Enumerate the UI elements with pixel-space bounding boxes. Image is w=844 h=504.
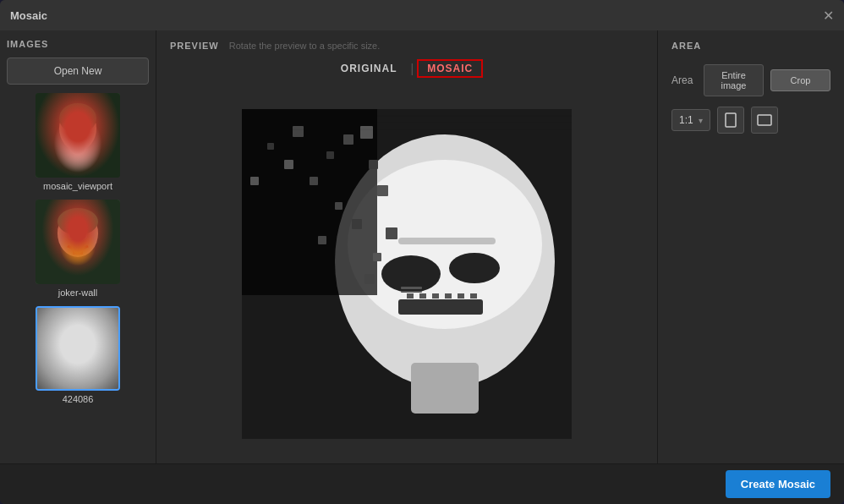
svg-rect-10 (36, 200, 120, 284)
chevron-down-icon: ▾ (699, 116, 703, 125)
svg-rect-27 (76, 364, 91, 366)
svg-rect-34 (398, 299, 483, 315)
svg-point-9 (71, 139, 85, 145)
tab-original[interactable]: ORIGINAL (331, 59, 408, 78)
preview-image-area (156, 85, 657, 463)
image-label-424086: 424086 (63, 394, 94, 404)
list-item[interactable]: joker-wall (7, 200, 149, 298)
preview-subtitle: Rotate the preview to a specific size. (229, 41, 381, 51)
area-label: Area (671, 74, 697, 86)
svg-point-6 (81, 128, 88, 134)
preview-panel: PREVIEW Rotate the preview to a specific… (156, 30, 658, 463)
image-label-mosaic-viewport: mosaic_viewport (43, 181, 112, 191)
ratio-row: 1:1 ▾ (671, 107, 830, 134)
svg-point-15 (80, 233, 87, 239)
svg-rect-48 (360, 126, 373, 139)
svg-rect-56 (267, 143, 274, 150)
svg-point-11 (58, 210, 98, 257)
svg-point-8 (83, 129, 86, 133)
app-window: Mosaic ✕ IMAGES Open New (0, 0, 844, 504)
svg-rect-53 (352, 219, 362, 229)
svg-rect-39 (458, 293, 464, 299)
svg-rect-60 (373, 253, 381, 261)
svg-rect-41 (401, 287, 422, 289)
svg-point-3 (69, 118, 86, 139)
svg-rect-42 (401, 291, 422, 293)
tab-mosaic[interactable]: MOSAIC (417, 59, 483, 78)
svg-rect-35 (407, 293, 414, 299)
svg-rect-26 (74, 361, 94, 363)
svg-point-1 (59, 107, 96, 151)
svg-rect-52 (335, 202, 343, 210)
svg-point-24 (87, 347, 97, 353)
images-header: IMAGES (7, 39, 149, 49)
svg-rect-4 (68, 137, 88, 140)
landscape-button[interactable] (751, 107, 778, 134)
image-thumbnail-424086[interactable] (36, 306, 120, 391)
svg-rect-38 (445, 293, 452, 299)
footer: Create Mosaic (0, 463, 844, 504)
svg-rect-45 (242, 109, 377, 295)
close-button[interactable]: ✕ (823, 8, 834, 24)
ratio-select[interactable]: 1:1 ▾ (671, 109, 710, 131)
stormtrooper-svg (242, 109, 572, 439)
crop-button[interactable]: Crop (770, 69, 830, 91)
portrait-icon (725, 112, 737, 128)
svg-rect-58 (250, 177, 259, 185)
svg-rect-50 (369, 160, 378, 169)
svg-rect-0 (36, 93, 120, 178)
svg-rect-54 (318, 236, 326, 244)
landscape-icon (757, 114, 772, 126)
svg-rect-51 (377, 185, 388, 196)
svg-rect-65 (726, 113, 736, 127)
svg-rect-18 (73, 250, 83, 255)
preview-title: PREVIEW (170, 41, 219, 51)
svg-point-12 (58, 208, 98, 235)
sidebar: IMAGES Open New (0, 30, 156, 463)
svg-rect-36 (419, 293, 426, 299)
svg-rect-49 (310, 177, 318, 185)
area-panel: AREA Area Entire image Crop 1:1 ▾ (658, 30, 844, 463)
svg-rect-59 (386, 227, 397, 239)
svg-rect-66 (758, 115, 771, 125)
svg-point-23 (70, 347, 80, 353)
image-label-joker-wall: joker-wall (58, 288, 97, 298)
svg-rect-25 (71, 357, 96, 359)
open-new-button[interactable]: Open New (7, 58, 149, 85)
preview-tabs: ORIGINAL | MOSAIC (156, 51, 657, 85)
image-list: mosaic_viewport (7, 93, 149, 404)
svg-rect-61 (364, 274, 375, 284)
list-item[interactable]: 424086 (7, 306, 149, 404)
window-title: Mosaic (10, 9, 47, 22)
image-thumbnail-mosaic-viewport[interactable] (36, 93, 120, 178)
title-bar: Mosaic ✕ (0, 0, 844, 30)
create-mosaic-button[interactable]: Create Mosaic (726, 470, 830, 498)
svg-point-16 (70, 234, 74, 238)
preview-header: PREVIEW Rotate the preview to a specific… (156, 30, 657, 51)
ratio-value: 1:1 (679, 114, 693, 126)
svg-point-20 (60, 315, 107, 369)
area-type-row: Area Entire image Crop (671, 64, 830, 96)
svg-rect-40 (470, 293, 477, 299)
svg-point-5 (68, 128, 74, 134)
svg-rect-19 (37, 308, 120, 391)
svg-point-33 (449, 253, 500, 283)
svg-point-28 (67, 323, 101, 343)
svg-rect-47 (326, 151, 334, 159)
svg-point-13 (69, 222, 87, 244)
image-thumbnail-joker-wall[interactable] (36, 200, 120, 284)
area-header: AREA (671, 41, 830, 51)
entire-image-button[interactable]: Entire image (704, 64, 764, 96)
svg-rect-43 (398, 238, 496, 244)
svg-point-2 (59, 103, 96, 134)
tab-divider: | (408, 62, 418, 75)
list-item[interactable]: mosaic_viewport (7, 93, 149, 191)
svg-rect-44 (411, 363, 479, 414)
svg-point-14 (69, 233, 75, 239)
svg-point-17 (82, 234, 85, 238)
portrait-button[interactable] (717, 107, 744, 134)
svg-rect-55 (284, 160, 293, 169)
svg-rect-57 (293, 126, 304, 137)
svg-point-7 (69, 129, 73, 133)
svg-point-21 (65, 323, 102, 357)
